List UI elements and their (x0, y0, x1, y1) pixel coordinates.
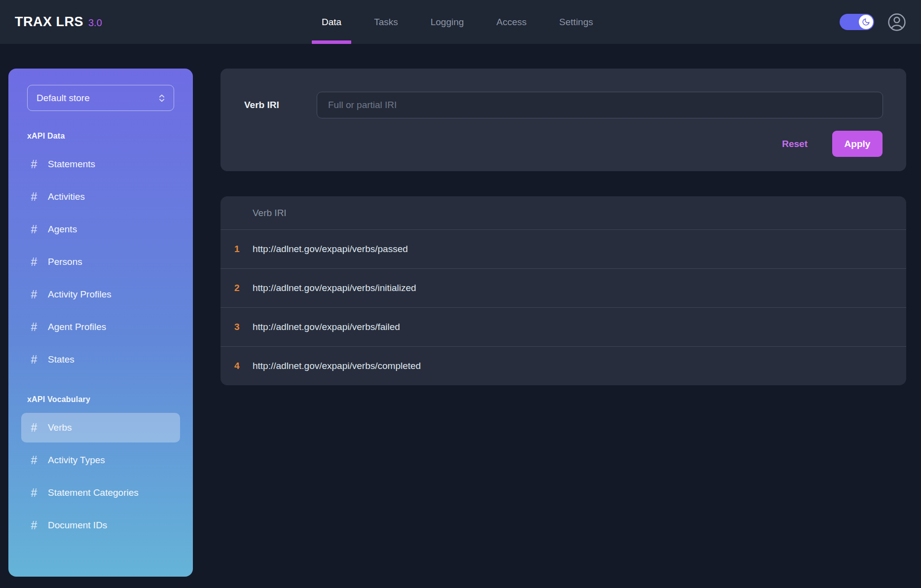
verb-iri-filter-label: Verb IRI (244, 92, 279, 118)
sidebar-item-verbs[interactable]: # Verbs (21, 413, 180, 442)
column-header-verb-iri: Verb IRI (221, 208, 287, 219)
hash-icon: # (29, 256, 39, 269)
hash-icon: # (29, 519, 39, 532)
brand-title: TRAX LRS (15, 14, 83, 30)
sidebar-item-agents[interactable]: # Agents (21, 215, 180, 244)
row-verb-iri: http://adlnet.gov/expapi/verbs/initializ… (253, 283, 416, 294)
sidebar-item-label: Agent Profiles (48, 322, 106, 332)
tab-logging[interactable]: Logging (431, 0, 464, 44)
dark-mode-toggle[interactable] (840, 14, 874, 30)
section-label-xapi-data: xAPI Data (27, 132, 180, 141)
header-controls (840, 0, 907, 44)
table-row[interactable]: 1 http://adlnet.gov/expapi/verbs/passed (221, 229, 906, 268)
sidebar-item-document-ids[interactable]: # Document IDs (21, 511, 180, 540)
sidebar-item-persons[interactable]: # Persons (21, 247, 180, 277)
moon-icon (862, 18, 870, 26)
row-number: 2 (221, 283, 253, 294)
store-selector[interactable]: Default store (27, 85, 174, 111)
sidebar-item-activity-profiles[interactable]: # Activity Profiles (21, 280, 180, 309)
apply-button[interactable]: Apply (832, 131, 883, 157)
hash-icon: # (29, 353, 39, 367)
sidebar-item-statements[interactable]: # Statements (21, 149, 180, 179)
sidebar-item-label: Statement Categories (48, 487, 139, 498)
sidebar-item-activity-types[interactable]: # Activity Types (21, 445, 180, 475)
table-row[interactable]: 3 http://adlnet.gov/expapi/verbs/failed (221, 307, 906, 346)
sidebar-item-label: Persons (48, 257, 82, 267)
hash-icon: # (29, 421, 39, 435)
sidebar-item-label: Activities (48, 191, 85, 202)
table-header-row: Verb IRI (221, 196, 906, 229)
sidebar-item-agent-profiles[interactable]: # Agent Profiles (21, 312, 180, 342)
row-verb-iri: http://adlnet.gov/expapi/verbs/completed (253, 361, 421, 371)
store-selector-value: Default store (37, 93, 90, 104)
hash-icon: # (29, 288, 39, 301)
app-header: TRAX LRS 3.0 Data Tasks Logging Access S… (0, 0, 921, 44)
row-number: 3 (221, 322, 253, 332)
brand-version: 3.0 (88, 17, 102, 29)
tab-access[interactable]: Access (496, 0, 526, 44)
sidebar-item-label: Agents (48, 224, 77, 235)
row-number: 4 (221, 361, 253, 371)
hash-icon: # (29, 486, 39, 500)
user-icon (886, 12, 907, 33)
sidebar-item-states[interactable]: # States (21, 345, 180, 374)
user-account-button[interactable] (886, 12, 907, 33)
tab-data[interactable]: Data (322, 0, 341, 44)
filter-actions: Reset Apply (782, 131, 883, 157)
sidebar-item-label: Statements (48, 159, 95, 170)
verbs-table: Verb IRI 1 http://adlnet.gov/expapi/verb… (221, 196, 906, 385)
hash-icon: # (29, 190, 39, 204)
sidebar-item-label: Activity Types (48, 455, 105, 466)
table-row[interactable]: 2 http://adlnet.gov/expapi/verbs/initial… (221, 268, 906, 307)
verb-iri-input[interactable] (317, 92, 883, 118)
sidebar-item-label: Activity Profiles (48, 289, 111, 300)
sidebar-item-activities[interactable]: # Activities (21, 182, 180, 212)
hash-icon: # (29, 158, 39, 171)
sidebar-item-label: Document IDs (48, 520, 107, 531)
row-number: 1 (221, 244, 253, 255)
table-row[interactable]: 4 http://adlnet.gov/expapi/verbs/complet… (221, 346, 906, 385)
sidebar-item-label: States (48, 354, 74, 365)
hash-icon: # (29, 321, 39, 334)
main-nav: Data Tasks Logging Access Settings (322, 0, 593, 44)
hash-icon: # (29, 454, 39, 467)
sidebar: Default store xAPI Data # Statements # A… (8, 69, 193, 577)
chevron-up-down-icon (157, 93, 167, 104)
row-verb-iri: http://adlnet.gov/expapi/verbs/passed (253, 244, 408, 255)
tab-settings[interactable]: Settings (559, 0, 593, 44)
sidebar-item-label: Verbs (48, 422, 72, 433)
reset-button[interactable]: Reset (782, 139, 808, 149)
toggle-knob (859, 15, 873, 29)
row-verb-iri: http://adlnet.gov/expapi/verbs/failed (253, 322, 400, 332)
app-logo: TRAX LRS 3.0 (15, 14, 102, 30)
filter-panel: Verb IRI Reset Apply (221, 69, 906, 171)
hash-icon: # (29, 223, 39, 236)
sidebar-item-statement-categories[interactable]: # Statement Categories (21, 478, 180, 508)
tab-tasks[interactable]: Tasks (374, 0, 398, 44)
section-label-xapi-vocabulary: xAPI Vocabulary (27, 395, 180, 404)
